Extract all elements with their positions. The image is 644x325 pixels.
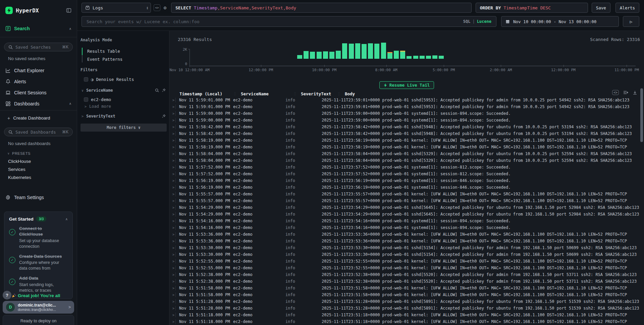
chevron-up-icon[interactable]: ∧ xyxy=(69,102,71,105)
chart-bar[interactable] xyxy=(400,51,405,59)
mode-event-patterns[interactable]: Event Patterns xyxy=(87,57,122,62)
row-expand-icon[interactable]: > xyxy=(169,125,175,129)
sidebar-collapse-icon[interactable] xyxy=(66,8,71,13)
chart-bar[interactable] xyxy=(342,43,347,59)
row-expand-icon[interactable]: > xyxy=(169,199,175,203)
table-row[interactable]: >Nov 11 5:53:36.000 PMec2-demoinfo2025-1… xyxy=(169,238,639,244)
help-button[interactable]: ? xyxy=(3,291,11,299)
row-expand-icon[interactable]: > xyxy=(169,313,175,317)
sidebar-item-chart-explorer[interactable]: Chart Explorer xyxy=(0,65,77,76)
filter-option-ec2-demo[interactable]: ec2-demo xyxy=(84,97,111,102)
saved-searches-input[interactable]: Saved Searches ⌘K xyxy=(4,43,73,51)
table-row[interactable]: >Nov 11 5:54:29.000 PMec2-demoinfo2025-1… xyxy=(169,204,639,211)
table-row[interactable]: >Nov 11 5:52:55.000 PMec2-demoinfo2025-1… xyxy=(169,258,639,265)
table-row[interactable]: >Nov 11 5:52:38.000 PMec2-demoinfo2025-1… xyxy=(169,271,639,278)
lang-lucene-option[interactable]: Lucene xyxy=(477,19,491,24)
row-expand-icon[interactable]: > xyxy=(169,273,175,277)
table-row[interactable]: >Nov 11 5:58:42.000 PMec2-demoinfo2025-1… xyxy=(169,124,639,130)
chart-bar[interactable] xyxy=(368,43,373,59)
table-row[interactable]: >Nov 11 5:58:04.000 PMec2-demoinfo2025-1… xyxy=(169,150,639,157)
chart-bar[interactable] xyxy=(426,56,431,59)
row-expand-icon[interactable]: > xyxy=(169,233,175,236)
row-expand-icon[interactable]: > xyxy=(169,320,175,324)
chart-bar[interactable] xyxy=(297,55,302,59)
filter-group-servicename[interactable]: ∨ ServiceName xyxy=(82,88,166,93)
column-resize-handle[interactable]: ⋮ xyxy=(293,92,297,96)
table-row[interactable]: >Nov 11 5:58:19.000 PMec2-demoinfo2025-1… xyxy=(169,144,639,150)
save-button[interactable]: Save xyxy=(592,3,610,13)
row-expand-icon[interactable]: > xyxy=(169,166,175,169)
table-row[interactable]: >Nov 11 5:51:28.000 PMec2-demoinfo2025-1… xyxy=(169,298,639,305)
presets-toggle[interactable]: ∨ PRESETS xyxy=(0,151,77,155)
load-more-button[interactable]: > Load more xyxy=(85,104,111,109)
select-clause-input[interactable]: SELECT Timestamp,ServiceName,SeverityTex… xyxy=(171,3,472,13)
chart-bar[interactable] xyxy=(362,44,367,59)
search-icon[interactable] xyxy=(155,88,159,92)
sidebar-item-search[interactable]: Search ∧ xyxy=(0,24,77,33)
chart-bar[interactable] xyxy=(394,51,399,59)
chart-bar[interactable] xyxy=(317,52,322,59)
row-expand-icon[interactable]: > xyxy=(169,280,175,283)
table-row[interactable]: >Nov 11 5:56:19.000 PMec2-demoinfo2025-1… xyxy=(169,184,639,191)
chart-bar[interactable] xyxy=(407,56,412,59)
chart-bar[interactable] xyxy=(323,51,328,59)
chart-bar[interactable] xyxy=(374,44,379,59)
row-expand-icon[interactable]: > xyxy=(169,152,175,156)
table-row[interactable]: >Nov 11 5:53:30.000 PMec2-demoinfo2025-1… xyxy=(169,244,639,251)
denoise-filter[interactable]: ◑ Denoise Results xyxy=(84,77,134,82)
table-row[interactable]: >Nov 11 5:59:00.000 PMec2-demoinfo2025-1… xyxy=(169,110,639,117)
more-filters-button[interactable]: More filters ∨ xyxy=(80,124,167,132)
chart-bar[interactable] xyxy=(336,51,341,59)
row-expand-icon[interactable]: > xyxy=(169,172,175,176)
table-row[interactable]: >Nov 11 5:55:57.000 PMec2-demoinfo2025-1… xyxy=(169,197,639,204)
row-expand-icon[interactable]: > xyxy=(169,132,175,136)
pin-icon[interactable] xyxy=(162,88,166,92)
table-row[interactable]: >Nov 11 5:51:18.000 PMec2-demoinfo2025-1… xyxy=(169,312,639,318)
table-row[interactable]: >Nov 11 5:57:52.000 PMec2-demoinfo2025-1… xyxy=(169,164,639,171)
table-row[interactable]: >Nov 11 5:55:57.000 PMec2-demoinfo2025-1… xyxy=(169,191,639,197)
row-expand-icon[interactable]: > xyxy=(169,219,175,223)
denoise-checkbox[interactable] xyxy=(84,77,88,82)
col-header-timestamp[interactable]: Timestamp (Local) xyxy=(179,91,233,96)
col-header-severitytext[interactable]: SeverityText xyxy=(301,91,337,96)
column-resize-handle[interactable]: ⋮ xyxy=(337,92,341,96)
row-expand-icon[interactable]: > xyxy=(169,213,175,216)
chart-bar[interactable] xyxy=(329,52,334,59)
column-settings-icon[interactable] xyxy=(623,90,628,95)
ec2-demo-checkbox[interactable] xyxy=(84,97,88,102)
chart-bar[interactable] xyxy=(355,43,360,59)
chart-bar[interactable] xyxy=(413,56,418,59)
create-dashboard-button[interactable]: + Create Dashboard xyxy=(0,112,77,124)
sidebar-item-team-settings[interactable]: Team Settings xyxy=(0,192,77,203)
preset-services[interactable]: Services xyxy=(0,166,77,174)
search-input[interactable]: Search your events w/ Lucene ex. column:… xyxy=(82,16,496,27)
chart-bar[interactable] xyxy=(304,51,309,59)
preset-clickhouse[interactable]: ClickHouse xyxy=(0,157,77,166)
table-row[interactable]: >Nov 11 5:54:16.000 PMec2-demoinfo2025-1… xyxy=(169,218,639,224)
row-expand-icon[interactable]: > xyxy=(169,253,175,257)
orderby-input[interactable]: ORDER BY TimestampTime DESC xyxy=(476,3,588,13)
table-row[interactable]: >Nov 11 5:52:55.000 PMec2-demoinfo2025-1… xyxy=(169,265,639,271)
table-row[interactable]: >Nov 11 5:57:52.000 PMec2-demoinfo2025-1… xyxy=(169,171,639,177)
table-row[interactable]: >Nov 11 5:54:29.000 PMec2-demoinfo2025-1… xyxy=(169,211,639,218)
table-row[interactable]: >Nov 11 5:53:30.000 PMec2-demoinfo2025-1… xyxy=(169,251,639,258)
chart-bar[interactable] xyxy=(439,56,444,59)
chart-bar[interactable] xyxy=(420,56,425,59)
table-row[interactable]: >Nov 11 5:54:16.000 PMec2-demoinfo2025-1… xyxy=(169,224,639,231)
profile-chip[interactable]: D dominic.tran@clic... dominic.tran@clic… xyxy=(3,301,74,314)
sidebar-item-alerts[interactable]: Alerts xyxy=(0,76,77,87)
row-expand-icon[interactable]: > xyxy=(169,246,175,250)
lang-sql-option[interactable]: SQL xyxy=(463,19,471,24)
chevron-up-icon[interactable]: ∧ xyxy=(69,27,71,31)
chart-bar[interactable] xyxy=(387,52,392,59)
code-toggle-button[interactable]: <> xyxy=(154,4,160,11)
row-expand-icon[interactable]: > xyxy=(169,186,175,189)
row-expand-icon[interactable]: > xyxy=(169,206,175,210)
sidebar-item-dashboards[interactable]: Dashboards ∧ xyxy=(0,98,77,109)
row-expand-icon[interactable]: > xyxy=(169,293,175,297)
download-icon[interactable] xyxy=(633,90,637,95)
col-header-body[interactable]: Body xyxy=(345,91,644,96)
table-row[interactable]: >Nov 11 5:52:38.000 PMec2-demoinfo2025-1… xyxy=(169,278,639,285)
pin-icon[interactable] xyxy=(162,114,166,118)
code-view-icon[interactable]: <> xyxy=(612,90,619,95)
